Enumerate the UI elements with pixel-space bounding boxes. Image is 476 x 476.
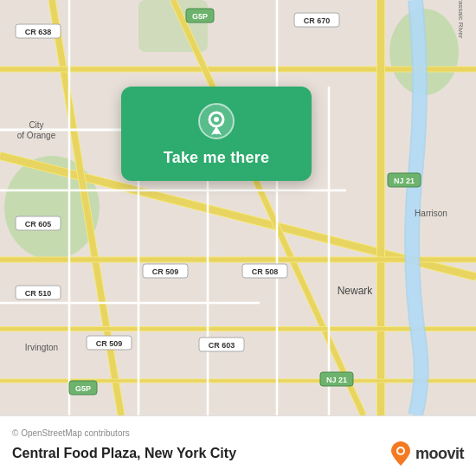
svg-text:Irvington: Irvington [25,343,58,352]
svg-text:CR 603: CR 603 [209,341,235,350]
map-container: CR 638 CR 670 G5P CR 605 CR 510 CR 509 C… [0,0,476,415]
svg-text:G5P: G5P [192,12,208,21]
moovit-logo: moovit [390,441,464,466]
copyright-text: © OpenStreetMap contributors [12,428,464,438]
svg-text:Passaic River: Passaic River [457,0,465,39]
svg-text:City: City [29,120,43,130]
bottom-bar: © OpenStreetMap contributors Central Foo… [0,415,476,476]
svg-point-62 [398,448,403,453]
svg-text:NJ 21: NJ 21 [326,376,347,384]
take-me-there-label: Take me there [164,149,269,167]
svg-text:G5P: G5P [75,384,91,393]
take-me-there-card[interactable]: Take me there [121,87,312,181]
svg-text:Harrison: Harrison [415,209,447,218]
moovit-pin-icon [390,441,411,466]
svg-text:CR 670: CR 670 [304,16,331,25]
svg-text:CR 638: CR 638 [25,28,52,36]
location-pin-icon [197,102,235,140]
svg-text:CR 510: CR 510 [25,289,52,298]
map-svg: CR 638 CR 670 G5P CR 605 CR 510 CR 509 C… [0,0,476,415]
svg-text:CR 509: CR 509 [96,339,123,348]
bottom-row: Central Food Plaza, New York City moovit [12,441,464,466]
svg-point-60 [214,117,219,122]
moovit-brand-text: moovit [415,445,464,463]
svg-text:Newark: Newark [338,285,374,297]
svg-text:CR 605: CR 605 [25,220,52,228]
svg-text:CR 508: CR 508 [252,267,279,276]
place-name: Central Food Plaza, New York City [12,446,236,461]
svg-text:of Orange: of Orange [17,131,56,140]
svg-text:NJ 21: NJ 21 [394,177,415,185]
svg-text:CR 509: CR 509 [152,267,179,276]
